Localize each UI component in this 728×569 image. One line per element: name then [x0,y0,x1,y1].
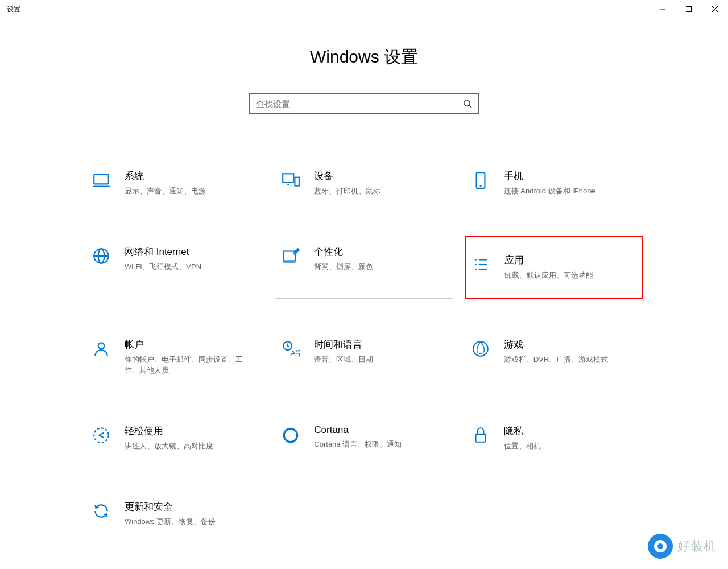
apps-icon [471,255,491,274]
category-text: 更新和安全 Windows 更新、恢复、备份 [125,500,216,527]
category-account[interactable]: 帐户 你的帐户、电子邮件、同步设置、工作、其他人员 [85,328,263,385]
close-button[interactable] [702,0,728,18]
titlebar: 设置 [0,0,728,18]
minimize-button[interactable] [650,0,676,18]
update-icon [92,501,111,521]
cortana-icon [281,426,300,445]
category-laptop[interactable]: 系统 显示、声音、通知、电源 [85,160,263,206]
account-icon [92,339,111,358]
category-title: 个性化 [314,245,373,258]
search-icon [463,99,472,108]
category-title: 应用 [504,254,593,267]
search-input[interactable] [256,99,463,109]
category-title: 帐户 [125,338,250,351]
category-desc: 位置、相机 [504,441,541,451]
category-title: 轻松使用 [125,424,213,438]
category-title: 系统 [125,170,206,183]
category-devices[interactable]: 设备 蓝牙、打印机、鼠标 [275,160,453,206]
globe-icon [92,246,111,266]
category-text: 系统 显示、声音、通知、电源 [125,170,206,196]
category-desc: 背景、锁屏、颜色 [314,262,373,272]
category-desc: Windows 更新、恢复、备份 [125,517,216,527]
category-text: 个性化 背景、锁屏、颜色 [314,245,373,272]
watermark: 好装机 [648,534,717,559]
ease-icon [92,426,111,445]
category-text: 设备 蓝牙、打印机、鼠标 [314,170,380,196]
settings-grid: 系统 显示、声音、通知、电源 设备 蓝牙、打印机、鼠标 手机 连接 Androi… [85,160,643,537]
category-text: 应用 卸载、默认应用、可选功能 [504,254,593,281]
category-title: 设备 [314,170,380,183]
category-desc: 讲述人、放大镜、高对比度 [125,441,213,451]
category-title: 隐私 [504,424,541,438]
window-controls [650,0,728,18]
category-phone[interactable]: 手机 连接 Android 设备和 iPhone [465,160,643,206]
category-privacy[interactable]: 隐私 位置、相机 [465,415,643,461]
category-text: 游戏 游戏栏、DVR、广播、游戏模式 [504,338,608,365]
category-text: 时间和语言 语音、区域、日期 [314,338,373,365]
category-desc: 语音、区域、日期 [314,354,373,365]
category-text: 帐户 你的帐户、电子邮件、同步设置、工作、其他人员 [125,338,250,375]
category-title: 更新和安全 [125,500,216,513]
category-text: 轻松使用 讲述人、放大镜、高对比度 [125,424,213,451]
svg-rect-26 [686,7,692,12]
watermark-logo [648,534,673,559]
category-personalize[interactable]: 个性化 背景、锁屏、颜色 [275,236,453,299]
phone-icon [471,171,490,190]
search-wrap [0,93,728,114]
category-title: 手机 [504,170,595,183]
category-text: 隐私 位置、相机 [504,424,541,451]
category-title: Cortana [314,424,402,436]
category-desc: Wi-Fi、飞行模式、VPN [125,262,201,272]
category-time-lang[interactable]: 时间和语言 语音、区域、日期 [275,328,453,385]
category-update[interactable]: 更新和安全 Windows 更新、恢复、备份 [85,490,263,537]
time-lang-icon [281,339,300,358]
category-desc: 显示、声音、通知、电源 [125,186,206,196]
category-desc: Cortana 语言、权限、通知 [314,439,402,450]
category-apps[interactable]: 应用 卸载、默认应用、可选功能 [465,236,643,299]
category-desc: 你的帐户、电子邮件、同步设置、工作、其他人员 [125,354,250,375]
page-title: Windows 设置 [0,46,728,69]
window-title: 设置 [7,5,20,14]
category-desc: 连接 Android 设备和 iPhone [504,186,595,196]
maximize-button[interactable] [676,0,702,18]
watermark-text: 好装机 [677,538,717,555]
category-ease[interactable]: 轻松使用 讲述人、放大镜、高对比度 [85,415,263,461]
category-text: 手机 连接 Android 设备和 iPhone [504,170,595,196]
category-text: Cortana Cortana 语言、权限、通知 [314,424,402,450]
svg-point-29 [464,100,470,106]
laptop-icon [92,171,111,190]
search-box[interactable] [249,93,479,114]
category-desc: 卸载、默认应用、可选功能 [504,270,593,281]
category-desc: 蓝牙、打印机、鼠标 [314,186,380,196]
gaming-icon [471,339,490,358]
privacy-icon [471,426,490,445]
category-title: 时间和语言 [314,338,373,351]
page-header: Windows 设置 [0,46,728,69]
category-text: 网络和 Internet Wi-Fi、飞行模式、VPN [125,245,201,272]
svg-line-30 [469,105,471,108]
personalize-icon [281,246,300,266]
devices-icon [281,171,300,190]
category-title: 网络和 Internet [125,245,201,258]
category-cortana[interactable]: Cortana Cortana 语言、权限、通知 [275,415,453,461]
category-gaming[interactable]: 游戏 游戏栏、DVR、广播、游戏模式 [465,328,643,385]
category-desc: 游戏栏、DVR、广播、游戏模式 [504,354,608,365]
category-globe[interactable]: 网络和 Internet Wi-Fi、飞行模式、VPN [85,236,263,299]
category-title: 游戏 [504,338,608,351]
